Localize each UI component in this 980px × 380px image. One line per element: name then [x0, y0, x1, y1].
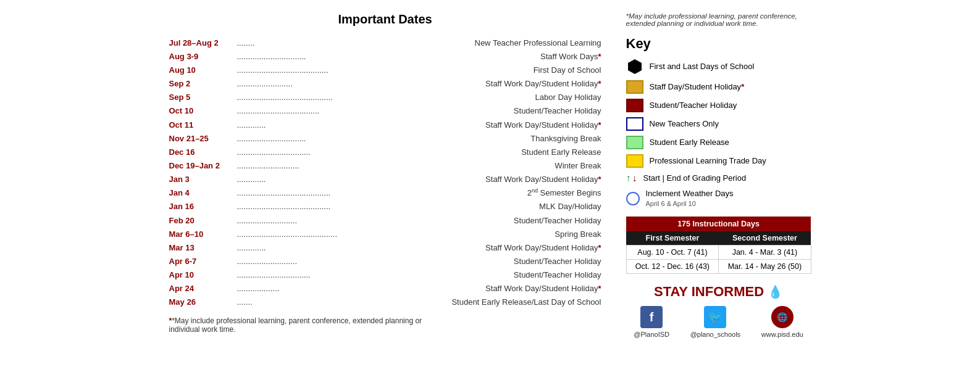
- date-list-item: Aug 3-9...............................St…: [169, 50, 601, 64]
- date-label: Dec 16: [169, 146, 237, 159]
- date-label: Jan 4: [169, 186, 237, 200]
- date-label: Jul 28–Aug 2: [169, 36, 237, 50]
- facebook-icon: f: [640, 306, 663, 328]
- new-teachers-icon: [626, 117, 643, 131]
- date-event: 2nd Semester Begins: [527, 186, 601, 200]
- key-item-student-teacher-holiday: Student/Teacher Holiday: [626, 99, 811, 112]
- date-label: Aug 10: [169, 64, 237, 77]
- table-row: Aug. 10 - Oct. 7 (41) Jan. 4 - Mar. 3 (4…: [626, 246, 811, 260]
- date-event: Staff Work Day/Student Holiday*: [485, 77, 601, 91]
- date-dots: ...............................: [237, 132, 531, 146]
- date-dots: ............................: [237, 159, 555, 173]
- dates-list: Jul 28–Aug 2........New Teacher Professi…: [169, 36, 601, 309]
- date-label: Sep 5: [169, 91, 237, 104]
- key-item-early-release: Student Early Release: [626, 136, 811, 149]
- key-label-inclement-weather: Inclement Weather Days April 6 & April 1…: [646, 189, 734, 208]
- date-event: Winter Break: [555, 159, 601, 173]
- footnote-text: *May include professional learning, pare…: [169, 316, 422, 334]
- key-item-inclement-weather: Inclement Weather Days April 6 & April 1…: [626, 189, 811, 208]
- date-dots: ........................................…: [237, 186, 527, 200]
- social-website[interactable]: 🌐 www.pisd.edu: [761, 306, 803, 338]
- date-list-item: Apr 24...................Staff Work Day/…: [169, 282, 601, 295]
- key-label-new-teachers: New Teachers Only: [650, 119, 719, 130]
- date-label: Apr 6-7: [169, 255, 237, 268]
- date-event: Student Early Release/Last Day of School: [451, 295, 601, 309]
- website-url: www.pisd.edu: [761, 331, 803, 338]
- date-event: Staff Work Days*: [540, 50, 601, 64]
- date-event: MLK Day/Holiday: [539, 200, 601, 213]
- date-event: Staff Work Day/Student Holiday*: [485, 173, 601, 186]
- date-dots: .......: [237, 295, 452, 309]
- date-label: Apr 24: [169, 282, 237, 295]
- key-label-grading-period: Start | End of Grading Period: [643, 173, 747, 184]
- professional-learning-icon: [626, 154, 643, 168]
- date-list-item: Jan 3.............Staff Work Day/Student…: [169, 173, 601, 186]
- date-label: Sep 2: [169, 77, 237, 91]
- date-label: Mar 6–10: [169, 228, 237, 241]
- date-list-item: Mar 13.............Staff Work Day/Studen…: [169, 241, 601, 255]
- date-dots: .........................: [237, 77, 486, 91]
- key-label-first-last: First and Last Days of School: [650, 62, 755, 72]
- facebook-handle: @PlanoISD: [634, 331, 669, 338]
- early-release-icon: [626, 136, 643, 149]
- date-label: Oct 11: [169, 118, 237, 132]
- date-event: New Teacher Professional Learning: [475, 36, 601, 50]
- date-event: Student Early Release: [521, 146, 601, 159]
- date-label: Nov 21–25: [169, 132, 237, 146]
- date-label: May 26: [169, 295, 237, 309]
- key-item-first-last: First and Last Days of School: [626, 58, 811, 75]
- date-dots: ........................................…: [237, 91, 535, 104]
- date-list-item: Sep 5...................................…: [169, 91, 601, 104]
- date-list-item: Sep 2.........................Staff Work…: [169, 77, 601, 91]
- table-main-header: 175 Instructional Days: [626, 217, 811, 231]
- table-sub-header: First Semester Second Semester: [626, 231, 811, 246]
- date-dots: .............: [237, 118, 486, 132]
- date-list-item: Oct 11.............Staff Work Day/Studen…: [169, 118, 601, 132]
- date-dots: ........................................…: [237, 200, 540, 213]
- asterisk: *: [598, 120, 601, 130]
- date-label: Jan 3: [169, 173, 237, 186]
- key-item-staff-day: Staff Day/Student Holiday*: [626, 80, 811, 94]
- date-dots: .............: [237, 173, 486, 186]
- date-label: Feb 20: [169, 214, 237, 228]
- right-column: *May include professional learning, pare…: [626, 12, 811, 338]
- row2-col1: Oct. 12 - Dec. 16 (43): [626, 260, 719, 274]
- date-event: Student/Teacher Holiday: [514, 104, 601, 118]
- date-dots: ...........................: [237, 214, 514, 228]
- date-list-item: Apr 10.................................S…: [169, 268, 601, 282]
- drop-icon: 💧: [768, 284, 783, 299]
- date-event: Student/Teacher Holiday: [514, 255, 601, 268]
- date-event: Student/Teacher Holiday: [514, 268, 601, 282]
- key-title: Key: [626, 36, 811, 52]
- col2-header: Second Semester: [719, 231, 811, 246]
- twitter-icon: 🐦: [704, 306, 726, 328]
- stay-informed-section: STAY INFORMED 💧 f @PlanoISD 🐦 @plano_sch…: [626, 284, 811, 338]
- date-label: Dec 19–Jan 2: [169, 159, 237, 173]
- date-list-item: Jul 28–Aug 2........New Teacher Professi…: [169, 36, 601, 50]
- row1-col2: Jan. 4 - Mar. 3 (41): [719, 246, 811, 260]
- key-item-new-teachers: New Teachers Only: [626, 117, 811, 131]
- social-row: f @PlanoISD 🐦 @plano_schools 🌐 www.pisd.…: [626, 306, 811, 338]
- first-last-icon: [626, 58, 643, 75]
- date-list-item: Jan 4...................................…: [169, 186, 601, 200]
- date-label: Jan 16: [169, 200, 237, 213]
- date-dots: ...................: [237, 282, 486, 295]
- date-dots: .................................: [237, 268, 514, 282]
- staff-day-icon: [626, 80, 643, 94]
- date-label: Oct 10: [169, 104, 237, 118]
- date-event: Labor Day Holiday: [535, 91, 601, 104]
- date-list-item: Feb 20...........................Student…: [169, 214, 601, 228]
- inclement-weather-icon: [626, 192, 640, 205]
- asterisk: *: [598, 243, 601, 252]
- key-list: First and Last Days of School Staff Day/…: [626, 58, 811, 208]
- date-dots: ........................................…: [237, 64, 534, 77]
- date-list-item: Jan 16..................................…: [169, 200, 601, 213]
- date-dots: .................................: [237, 146, 522, 159]
- twitter-handle: @plano_schools: [690, 331, 741, 338]
- date-label: Aug 3-9: [169, 50, 237, 64]
- social-facebook[interactable]: f @PlanoISD: [634, 306, 669, 338]
- key-label-early-release: Student Early Release: [650, 138, 729, 148]
- social-twitter[interactable]: 🐦 @plano_schools: [690, 306, 741, 338]
- row2-col2: Mar. 14 - May 26 (50): [719, 260, 811, 274]
- date-event: Thanksgiving Break: [530, 132, 601, 146]
